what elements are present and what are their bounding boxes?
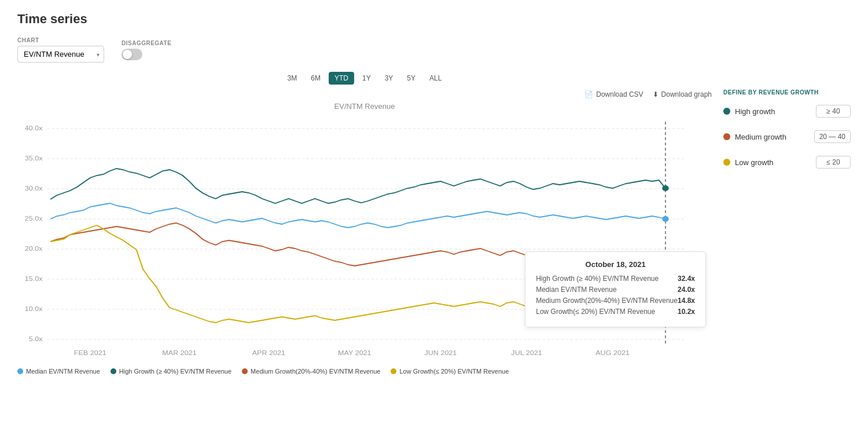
tooltip-row-0: High Growth (≥ 40%) EV/NTM Revenue 32.4x bbox=[536, 275, 695, 283]
svg-text:20.0x: 20.0x bbox=[25, 245, 43, 253]
chart-control: CHART EV/NTM Revenue EV/NTM EBITDA EV/NT… bbox=[17, 37, 104, 63]
growth-label-low: Low growth bbox=[735, 158, 811, 167]
growth-item-medium: Medium growth 20 — 40 bbox=[723, 130, 851, 143]
download-row: 📄 Download CSV ⬇ Download graph bbox=[17, 90, 712, 98]
growth-range-high[interactable]: ≥ 40 bbox=[816, 105, 851, 118]
tooltip-date: October 18, 2021 bbox=[536, 260, 695, 269]
legend-label-median: Median EV/NTM Revenue bbox=[26, 368, 100, 375]
growth-dot-high bbox=[723, 108, 730, 115]
disaggregate-label: DISAGGREGATE bbox=[122, 40, 171, 46]
chart-wrap: EV/NTM Revenue 40.0x 35.0x 30.0x 25.0x 2… bbox=[17, 102, 712, 375]
legend-label-high: High Growth (≥ 40%) EV/NTM Revenue bbox=[119, 368, 231, 375]
svg-text:10.0x: 10.0x bbox=[25, 305, 43, 313]
growth-item-low: Low growth ≤ 20 bbox=[723, 156, 851, 169]
tooltip-label-0: High Growth (≥ 40%) EV/NTM Revenue bbox=[536, 275, 659, 283]
time-buttons: 3M 6M YTD 1Y 3Y 5Y ALL bbox=[17, 72, 712, 85]
chart-section: 3M 6M YTD 1Y 3Y 5Y ALL 📄 Download CSV ⬇ … bbox=[17, 72, 712, 375]
svg-point-24 bbox=[662, 185, 668, 191]
main-container: Time series CHART EV/NTM Revenue EV/NTM … bbox=[0, 0, 868, 386]
download-icon: ⬇ bbox=[653, 90, 659, 98]
time-btn-ytd[interactable]: YTD bbox=[329, 72, 354, 85]
svg-text:30.0x: 30.0x bbox=[25, 185, 43, 192]
right-panel: DEFINE BY REVENUE GROWTH High growth ≥ 4… bbox=[723, 72, 851, 375]
legend-dot-low bbox=[391, 368, 396, 374]
legend-label-medium: Medium Growth(20%-40%) EV/NTM Revenue bbox=[251, 368, 380, 375]
download-csv-label: Download CSV bbox=[596, 90, 643, 98]
controls-row: CHART EV/NTM Revenue EV/NTM EBITDA EV/NT… bbox=[17, 37, 851, 63]
legend-item-medium: Medium Growth(20%-40%) EV/NTM Revenue bbox=[242, 368, 380, 375]
download-graph-label: Download graph bbox=[661, 90, 712, 98]
growth-range-medium[interactable]: 20 — 40 bbox=[814, 130, 851, 143]
tooltip-value-3: 10.2x bbox=[678, 308, 695, 316]
tooltip-value-2: 14.8x bbox=[678, 297, 695, 305]
legend-row: Median EV/NTM Revenue High Growth (≥ 40%… bbox=[17, 368, 712, 375]
growth-dot-low bbox=[723, 159, 730, 166]
legend-dot-medium bbox=[242, 368, 248, 374]
growth-dot-medium bbox=[723, 133, 730, 140]
main-content: 3M 6M YTD 1Y 3Y 5Y ALL 📄 Download CSV ⬇ … bbox=[17, 72, 851, 375]
tooltip-label-1: Median EV/NTM Revenue bbox=[536, 286, 616, 294]
disaggregate-toggle[interactable] bbox=[122, 49, 142, 60]
chart-select-wrapper: EV/NTM Revenue EV/NTM EBITDA EV/NTM Earn… bbox=[17, 46, 104, 63]
chart-select[interactable]: EV/NTM Revenue EV/NTM EBITDA EV/NTM Earn… bbox=[17, 46, 104, 63]
legend-dot-median bbox=[17, 368, 23, 374]
svg-text:MAY 2021: MAY 2021 bbox=[338, 349, 371, 357]
page-title: Time series bbox=[17, 12, 851, 27]
tooltip-row-2: Medium Growth(20%-40%) EV/NTM Revenue 14… bbox=[536, 297, 695, 305]
legend-label-low: Low Growth(≤ 20%) EV/NTM Revenue bbox=[399, 368, 509, 375]
chart-label: CHART bbox=[17, 37, 104, 43]
growth-item-high: High growth ≥ 40 bbox=[723, 105, 851, 118]
time-btn-3y[interactable]: 3Y bbox=[379, 72, 399, 85]
chart-area: 40.0x 35.0x 30.0x 25.0x 20.0x 15.0x 10.0… bbox=[17, 113, 712, 362]
time-btn-all[interactable]: ALL bbox=[424, 72, 447, 85]
tooltip-label-2: Medium Growth(20%-40%) EV/NTM Revenue bbox=[536, 297, 678, 305]
svg-text:AUG 2021: AUG 2021 bbox=[595, 349, 630, 357]
legend-item-median: Median EV/NTM Revenue bbox=[17, 368, 100, 375]
define-title: DEFINE BY REVENUE GROWTH bbox=[723, 89, 851, 96]
legend-item-high: High Growth (≥ 40%) EV/NTM Revenue bbox=[111, 368, 231, 375]
growth-label-high: High growth bbox=[735, 107, 811, 116]
svg-text:APR 2021: APR 2021 bbox=[252, 349, 285, 357]
time-btn-3m[interactable]: 3M bbox=[282, 72, 303, 85]
svg-text:40.0x: 40.0x bbox=[25, 125, 43, 132]
svg-text:35.0x: 35.0x bbox=[25, 155, 43, 162]
svg-text:FEB 2021: FEB 2021 bbox=[74, 349, 106, 357]
tooltip-row-1: Median EV/NTM Revenue 24.0x bbox=[536, 286, 695, 294]
svg-text:5.0x: 5.0x bbox=[29, 335, 43, 343]
toggle-knob bbox=[123, 50, 132, 59]
growth-range-low[interactable]: ≤ 20 bbox=[816, 156, 851, 169]
svg-text:JUL 2021: JUL 2021 bbox=[511, 349, 542, 357]
growth-label-medium: Medium growth bbox=[735, 133, 810, 141]
download-csv-button[interactable]: 📄 Download CSV bbox=[584, 90, 643, 98]
svg-text:25.0x: 25.0x bbox=[25, 215, 43, 222]
chart-title: EV/NTM Revenue bbox=[17, 102, 712, 111]
svg-text:15.0x: 15.0x bbox=[25, 275, 43, 283]
time-btn-1y[interactable]: 1Y bbox=[356, 72, 377, 85]
legend-item-low: Low Growth(≤ 20%) EV/NTM Revenue bbox=[391, 368, 509, 375]
tooltip-row-3: Low Growth(≤ 20%) EV/NTM Revenue 10.2x bbox=[536, 308, 695, 316]
tooltip-box: October 18, 2021 High Growth (≥ 40%) EV/… bbox=[525, 251, 706, 327]
time-btn-6m[interactable]: 6M bbox=[305, 72, 326, 85]
file-icon: 📄 bbox=[584, 90, 593, 98]
svg-text:MAR 2021: MAR 2021 bbox=[162, 349, 196, 357]
tooltip-label-3: Low Growth(≤ 20%) EV/NTM Revenue bbox=[536, 308, 655, 316]
legend-dot-high bbox=[111, 368, 116, 374]
svg-text:JUN 2021: JUN 2021 bbox=[425, 349, 457, 357]
time-btn-5y[interactable]: 5Y bbox=[401, 72, 421, 85]
toggle-wrapper bbox=[122, 49, 171, 60]
svg-point-25 bbox=[662, 216, 668, 222]
disaggregate-control: DISAGGREGATE bbox=[122, 40, 171, 60]
download-graph-button[interactable]: ⬇ Download graph bbox=[653, 90, 712, 98]
tooltip-value-1: 24.0x bbox=[678, 286, 695, 294]
tooltip-value-0: 32.4x bbox=[678, 275, 695, 283]
